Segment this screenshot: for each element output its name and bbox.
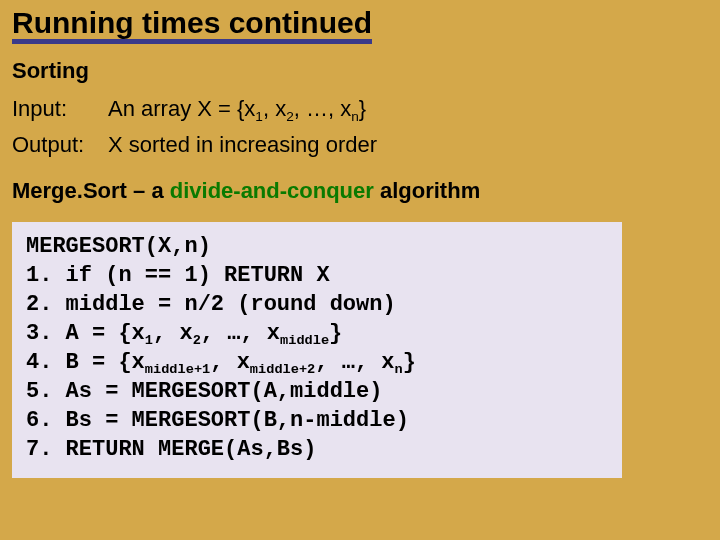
subscript: n — [395, 363, 403, 378]
section-heading: Sorting — [12, 58, 708, 84]
code-text: } — [403, 350, 416, 375]
code-line: 6. Bs = MERGESORT(B,n-middle) — [26, 406, 608, 435]
code-text: 4. B = {x — [26, 350, 145, 375]
code-text: , x — [210, 350, 250, 375]
code-text: , …, x — [315, 350, 394, 375]
subscript: n — [351, 109, 359, 124]
input-text: } — [359, 96, 366, 121]
output-row: Output: X sorted in increasing order — [12, 132, 708, 158]
code-line: 7. RETURN MERGE(As,Bs) — [26, 435, 608, 464]
subscript: 1 — [145, 333, 153, 348]
input-value: An array X = {x1, x2, …, xn} — [108, 96, 366, 122]
code-line: 3. A = {x1, x2, …, xmiddle} — [26, 319, 608, 348]
input-text: , …, x — [294, 96, 351, 121]
input-row: Input: An array X = {x1, x2, …, xn} — [12, 96, 708, 122]
input-text: An array X = {x — [108, 96, 255, 121]
output-label: Output: — [12, 132, 108, 158]
slide-title: Running times continued — [12, 6, 372, 44]
code-line: 2. middle = n/2 (round down) — [26, 290, 608, 319]
subscript: 2 — [286, 109, 294, 124]
merge-name: Merge.Sort — [12, 178, 133, 203]
code-line: 4. B = {xmiddle+1, xmiddle+2, …, xn} — [26, 348, 608, 377]
subscript: 1 — [255, 109, 263, 124]
subscript: middle+1 — [145, 363, 210, 378]
merge-rest: algorithm — [374, 178, 480, 203]
subscript: middle+2 — [250, 363, 315, 378]
code-text: , x — [153, 321, 193, 346]
merge-dash: – a — [133, 178, 170, 203]
mergesort-heading: Merge.Sort – a divide-and-conquer algori… — [12, 178, 708, 204]
subscript: 2 — [193, 333, 201, 348]
pseudocode-box: MERGESORT(X,n) 1. if (n == 1) RETURN X 2… — [12, 222, 622, 478]
code-text: , …, x — [201, 321, 280, 346]
code-text: } — [329, 321, 342, 346]
divide-and-conquer: divide-and-conquer — [170, 178, 374, 203]
code-line: 5. As = MERGESORT(A,middle) — [26, 377, 608, 406]
code-line: MERGESORT(X,n) — [26, 232, 608, 261]
input-label: Input: — [12, 96, 108, 122]
subscript: middle — [280, 333, 329, 348]
code-line: 1. if (n == 1) RETURN X — [26, 261, 608, 290]
output-value: X sorted in increasing order — [108, 132, 377, 158]
code-text: 3. A = {x — [26, 321, 145, 346]
input-text: , x — [263, 96, 286, 121]
